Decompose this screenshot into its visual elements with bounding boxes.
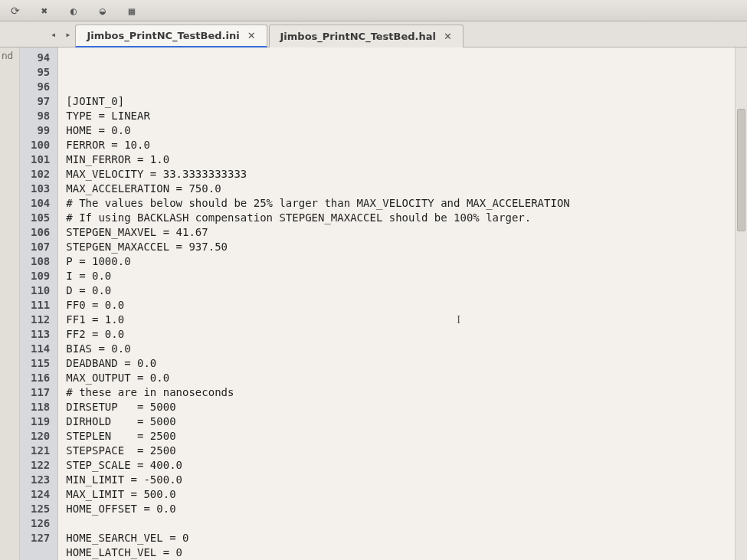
code-line[interactable]: MIN_LIMIT = -500.0 — [66, 473, 727, 487]
line-number: 94 — [31, 51, 50, 65]
close-icon[interactable]: ✕ — [247, 30, 256, 41]
line-number: 107 — [31, 240, 50, 254]
code-line[interactable]: MAX_LIMIT = 500.0 — [66, 487, 727, 502]
tab-bar: ◂ ▸ Jimbos_PrintNC_TestBed.ini ✕ Jimbos_… — [0, 21, 747, 47]
line-number: 119 — [31, 414, 50, 429]
line-number: 109 — [31, 269, 50, 283]
code-line[interactable]: # The values below should be 25% larger … — [66, 196, 727, 211]
code-line[interactable]: STEPGEN_MAXACCEL = 937.50 — [66, 240, 727, 254]
line-number: 100 — [31, 138, 50, 152]
code-line[interactable]: # these are in nanoseconds — [66, 385, 727, 400]
code-line[interactable]: FF1 = 1.0 — [66, 313, 727, 327]
line-number: 117 — [31, 385, 50, 400]
line-number: 115 — [31, 356, 50, 371]
code-line[interactable]: P = 1000.0 — [66, 254, 727, 269]
code-line[interactable]: [JOINT_0] — [66, 94, 727, 109]
line-number: 118 — [31, 400, 50, 414]
code-line[interactable]: I = 0.0 — [66, 269, 727, 283]
code-line[interactable]: HOME = 0.0 — [66, 123, 727, 138]
line-number: 126 — [31, 516, 50, 531]
code-line[interactable]: STEPSPACE = 2500 — [66, 444, 727, 458]
vertical-scrollbar[interactable] — [735, 47, 747, 560]
line-number: 122 — [31, 458, 50, 473]
code-line[interactable]: HOME_OFFSET = 0.0 — [66, 502, 727, 516]
line-number: 121 — [31, 444, 50, 458]
line-number: 102 — [31, 167, 50, 182]
line-number: 108 — [31, 254, 50, 269]
tab-nav-next-icon[interactable]: ▸ — [61, 29, 75, 40]
toolbar-icon[interactable]: ⟳ — [8, 3, 23, 18]
toolbar-icon[interactable]: ✖ — [37, 3, 52, 18]
code-content[interactable]: I [JOINT_0]TYPE = LINEARHOME = 0.0FERROR… — [58, 47, 735, 560]
code-line[interactable]: MAX_VELOCITY = 33.3333333333 — [66, 167, 727, 182]
text-editor[interactable]: 9495969798991001011021031041051061071081… — [20, 47, 747, 560]
code-line[interactable]: MAX_OUTPUT = 0.0 — [66, 371, 727, 385]
tab-label: Jimbos_PrintNC_TestBed.hal — [280, 31, 436, 42]
line-number: 124 — [31, 487, 50, 502]
line-number: 101 — [31, 152, 50, 167]
code-line[interactable]: MIN_FERROR = 1.0 — [66, 152, 727, 167]
code-line[interactable]: STEPGEN_MAXVEL = 41.67 — [66, 225, 727, 240]
line-number: 114 — [31, 342, 50, 356]
line-number-gutter: 9495969798991001011021031041051061071081… — [20, 47, 58, 560]
code-line[interactable]: STEPLEN = 2500 — [66, 429, 727, 444]
line-number: 95 — [31, 65, 50, 80]
code-line[interactable]: DEADBAND = 0.0 — [66, 356, 727, 371]
line-number: 103 — [31, 182, 50, 196]
code-line[interactable]: BIAS = 0.0 — [66, 342, 727, 356]
tab-hal[interactable]: Jimbos_PrintNC_TestBed.hal ✕ — [269, 25, 464, 47]
line-number: 112 — [31, 313, 50, 327]
line-number: 105 — [31, 211, 50, 225]
tab-nav-prev-icon[interactable]: ◂ — [46, 29, 61, 40]
toolbar-icon[interactable]: ◒ — [95, 3, 110, 18]
side-panel-fragment: nd — [2, 51, 18, 61]
toolbar-icon[interactable]: ◐ — [66, 3, 81, 18]
code-line[interactable]: FERROR = 10.0 — [66, 138, 727, 152]
code-line[interactable]: FF0 = 0.0 — [66, 298, 727, 313]
code-line[interactable]: HOME_SEARCH_VEL = 0 — [66, 531, 727, 545]
tab-label: Jimbos_PrintNC_TestBed.ini — [87, 30, 239, 41]
line-number: 111 — [31, 298, 50, 313]
code-line[interactable]: FF2 = 0.0 — [66, 327, 727, 342]
line-number: 125 — [31, 502, 50, 516]
line-number: 123 — [31, 473, 50, 487]
line-number: 120 — [31, 429, 50, 444]
line-number: 104 — [31, 196, 50, 211]
line-number: 110 — [31, 283, 50, 298]
line-number: 116 — [31, 371, 50, 385]
line-number: 106 — [31, 225, 50, 240]
tab-ini[interactable]: Jimbos_PrintNC_TestBed.ini ✕ — [75, 25, 267, 47]
code-line[interactable]: D = 0.0 — [66, 283, 727, 298]
line-number: 113 — [31, 327, 50, 342]
code-line[interactable] — [66, 516, 727, 531]
line-number: 99 — [31, 123, 50, 138]
toolbar-icon[interactable]: ▦ — [124, 3, 139, 18]
editor-area: nd 9495969798991001011021031041051061071… — [0, 47, 747, 560]
line-number: 127 — [31, 531, 50, 545]
code-line[interactable]: TYPE = LINEAR — [66, 109, 727, 123]
line-number: 98 — [31, 109, 50, 123]
scrollbar-thumb[interactable] — [737, 109, 745, 231]
side-panel: nd — [0, 47, 20, 560]
line-number: 96 — [31, 80, 50, 94]
close-icon[interactable]: ✕ — [444, 31, 452, 42]
code-line[interactable]: MAX_ACCELERATION = 750.0 — [66, 182, 727, 196]
line-number: 97 — [31, 94, 50, 109]
code-line[interactable]: HOME_LATCH_VEL = 0 — [66, 545, 727, 560]
code-line[interactable]: DIRHOLD = 5000 — [66, 414, 727, 429]
code-line[interactable]: # If using BACKLASH compensation STEPGEN… — [66, 211, 727, 225]
code-line[interactable]: STEP_SCALE = 400.0 — [66, 458, 727, 473]
toolbar-strip: ⟳ ✖ ◐ ◒ ▦ — [0, 0, 747, 21]
code-line[interactable]: DIRSETUP = 5000 — [66, 400, 727, 414]
